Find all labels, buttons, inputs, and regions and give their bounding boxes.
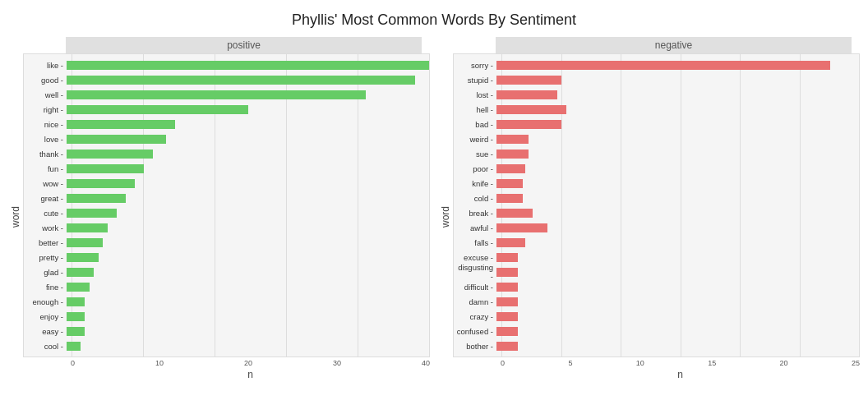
bar-row: better - [24,236,429,249]
bar-row: bother - [454,339,859,352]
bar-row: cool - [24,339,429,352]
bar-track [496,327,859,336]
bar-fill [496,194,523,203]
bar-fill [496,312,518,321]
bar-row: hell - [454,103,859,116]
bar-fill [496,223,547,232]
bar-fill [67,135,166,144]
bar-row: sue - [454,147,859,160]
bar-label: difficult - [454,283,496,292]
negative-chart-content: sorry -stupid -lost -hell -bad -weird -s… [453,53,860,380]
bar-track [67,283,429,292]
x-tick-label: 20 [244,359,252,367]
bar-track [67,90,429,99]
x-tick-label: 30 [333,359,341,367]
bar-track [67,105,429,114]
bar-row: fun - [24,162,429,175]
bar-label: disgusting - [454,263,496,281]
positive-chart-header: positive [66,37,422,53]
bar-fill [67,209,117,218]
bar-fill [496,238,525,247]
bar-track [67,312,429,321]
bar-row: bad - [454,117,859,131]
bar-track [67,135,429,144]
bar-row: glad - [24,265,429,278]
bar-label: cold - [454,194,496,203]
bar-row: work - [24,221,429,234]
bar-fill [67,342,81,351]
bar-fill [496,90,557,99]
bar-row: great - [24,191,429,205]
bar-label: stupid - [454,76,496,85]
bar-track [67,209,429,218]
bar-row: right - [24,103,429,116]
bar-fill [67,268,94,277]
bar-fill [67,61,429,70]
bar-label: weird - [454,135,496,144]
bar-row: disgusting - [454,265,859,278]
bar-track [67,179,429,188]
positive-y-axis-label: word [8,53,23,380]
bar-label: confused - [454,327,496,336]
bar-label: right - [24,105,67,114]
bar-track [496,105,859,114]
bar-label: sue - [454,150,496,159]
bar-fill [67,327,85,336]
bar-fill [67,76,415,85]
bar-fill [67,297,85,306]
bar-label: bother - [454,342,496,351]
bar-track [67,150,429,159]
bar-label: nice - [24,120,67,129]
bar-label: better - [24,238,67,247]
negative-x-axis-title: n [501,369,860,380]
bar-track [496,283,859,292]
bar-fill [496,61,830,70]
bar-row: knife - [454,177,859,190]
bar-track [67,238,429,247]
bar-label: falls - [454,238,496,247]
bar-fill [67,223,108,232]
x-tick-label: 0 [71,359,75,367]
bar-track [496,194,859,203]
bar-row: confused - [454,324,859,338]
bar-row: crazy - [454,310,859,323]
bar-fill [67,312,85,321]
bar-track [496,76,859,85]
bar-track [67,327,429,336]
bar-fill [496,342,518,351]
bar-track [496,253,859,262]
bar-row: awful - [454,221,859,234]
bar-row: nice - [24,117,429,131]
bar-row: like - [24,58,429,71]
x-tick-label: 15 [708,359,716,367]
bar-label: pretty - [24,253,67,262]
negative-chart-header: negative [496,37,852,53]
bar-label: fine - [24,283,67,292]
bar-label: thank - [24,150,67,159]
bar-row: good - [24,73,429,86]
bar-track [67,194,429,203]
bar-row: pretty - [24,251,429,264]
bar-track [496,135,859,144]
bar-track [496,342,859,351]
bar-track [496,150,859,159]
bar-label: glad - [24,268,67,277]
bar-track [496,179,859,188]
x-tick-label: 0 [501,359,505,367]
bar-track [67,297,429,306]
negative-x-axis: 0510152025 [501,357,860,367]
bar-track [67,120,429,129]
bar-row: love - [24,132,429,145]
bar-track [67,342,429,351]
positive-chart-body: word like -good -well -right -nice -love… [8,53,430,380]
bar-fill [67,194,126,203]
negative-chart-panel: negative word sorry -stupid -lost -hell … [438,37,860,380]
x-tick-label: 10 [636,359,644,367]
bar-fill [67,179,135,188]
bar-fill [67,164,144,173]
bar-row: weird - [454,132,859,145]
bar-fill [67,283,90,292]
positive-bars-area: like -good -well -right -nice -love -tha… [23,53,430,357]
bar-label: well - [24,90,67,99]
bar-fill [496,327,518,336]
